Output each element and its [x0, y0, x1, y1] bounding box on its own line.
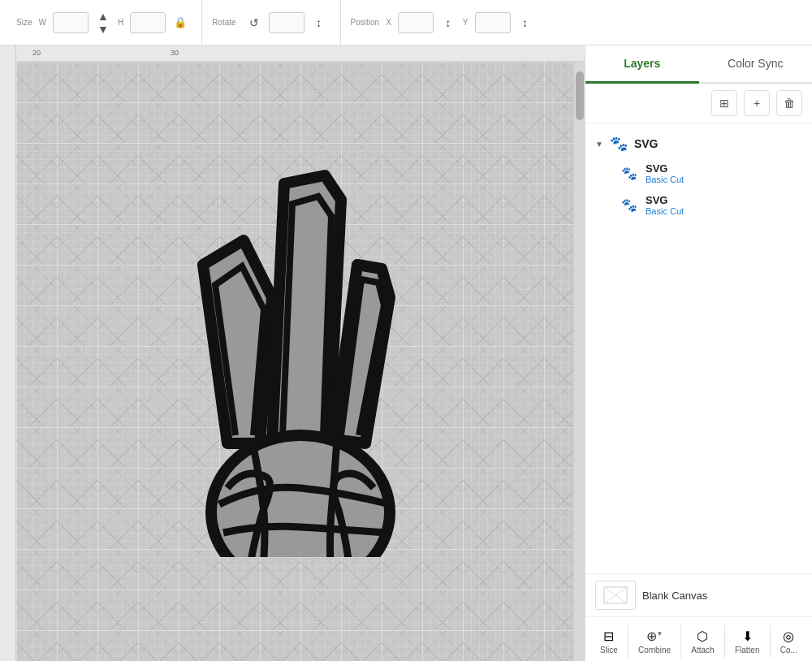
x-arrows-icon[interactable]: ↕: [437, 11, 460, 34]
x-input[interactable]: [398, 12, 434, 33]
width-input[interactable]: [53, 12, 89, 33]
h-label: H: [118, 18, 123, 27]
right-panel: Layers Color Sync ⊞ + 🗑 ▼ 🐾 SVG 🐾 SVG Ba…: [585, 45, 812, 661]
attach-icon: ⬡: [697, 629, 708, 644]
combine-icon: ⊕▼: [646, 629, 663, 644]
y-arrows-icon[interactable]: ↕: [514, 11, 537, 34]
contour-tool[interactable]: ◎ Co...: [774, 625, 804, 658]
chevron-down-icon: ▼: [595, 140, 603, 149]
combine-label: Combine: [638, 646, 671, 655]
slice-tool[interactable]: ⊟ Slice: [594, 625, 624, 658]
rotate-arrows-icon[interactable]: ↕: [308, 11, 330, 34]
panel-tabs: Layers Color Sync: [585, 45, 812, 84]
y-label: Y: [463, 18, 469, 27]
combine-tool[interactable]: ⊕▼ Combine: [632, 625, 677, 658]
blank-canvas-label: Blank Canvas: [642, 590, 707, 602]
bottom-panel-toolbar: ⊟ Slice ⊕▼ Combine ⬡ Attach ⬇ Flatten ◎ …: [585, 616, 812, 661]
add-button[interactable]: +: [744, 90, 770, 116]
item1-name: SVG: [646, 162, 684, 175]
rotate-ccw-icon[interactable]: ↺: [243, 11, 266, 34]
flatten-icon: ⬇: [742, 629, 753, 644]
rotate-label: Rotate: [212, 18, 235, 27]
main-toolbar: Size W ▲▼ H 🔒 Rotate ↺ ↕ Position X ↕ Y …: [0, 0, 812, 45]
height-up-icon[interactable]: ▲▼: [92, 11, 114, 34]
item2-info: SVG Basic Cut: [646, 194, 684, 216]
slice-icon: ⊟: [603, 629, 614, 644]
ruler-mark-20: 20: [32, 49, 41, 57]
delete-button[interactable]: 🗑: [776, 90, 802, 116]
rotate-group: Rotate ↺ ↕: [202, 0, 340, 45]
y-input[interactable]: [475, 12, 511, 33]
position-group: Position X ↕ Y ↕: [341, 0, 546, 45]
item1-info: SVG Basic Cut: [646, 162, 684, 184]
tab-color-sync[interactable]: Color Sync: [699, 45, 813, 84]
blank-canvas-thumbnail: [595, 581, 636, 610]
separator2: [680, 625, 681, 658]
item2-sub: Basic Cut: [646, 206, 684, 216]
item2-name: SVG: [646, 194, 684, 206]
size-label: Size: [16, 18, 32, 27]
ruler-vertical: [0, 45, 16, 661]
canvas-grid[interactable]: [16, 62, 585, 661]
scrollbar-thumb[interactable]: [576, 71, 584, 120]
separator4: [770, 625, 771, 658]
svg-logo: [130, 135, 455, 557]
canvas-area[interactable]: 20 30: [0, 45, 585, 661]
item2-icon: 🐾: [621, 197, 637, 213]
slice-label: Slice: [600, 646, 618, 655]
item1-icon: 🐾: [621, 166, 637, 181]
scrollbar-vertical[interactable]: [573, 62, 585, 661]
list-item[interactable]: 🐾 SVG Basic Cut: [585, 189, 812, 221]
layers-list: ▼ 🐾 SVG 🐾 SVG Basic Cut 🐾 SVG Basic Cut: [585, 123, 812, 573]
layer-group-svg[interactable]: ▼ 🐾 SVG: [585, 130, 812, 158]
size-group: Size W ▲▼ H 🔒: [6, 0, 202, 45]
attach-tool[interactable]: ⬡ Attach: [685, 625, 720, 658]
x-label: X: [386, 18, 391, 27]
contour-label: Co...: [780, 646, 797, 655]
separator: [628, 625, 628, 658]
list-item[interactable]: 🐾 SVG Basic Cut: [585, 158, 812, 189]
separator3: [724, 625, 725, 658]
position-label: Position: [351, 18, 380, 27]
main-area: 20 30: [0, 45, 812, 661]
blank-canvas-section: Blank Canvas: [585, 573, 812, 616]
group-icon: 🐾: [610, 135, 628, 153]
w-label: W: [38, 18, 45, 27]
contour-icon: ◎: [783, 629, 794, 644]
item1-sub: Basic Cut: [646, 175, 684, 184]
layer-group-name: SVG: [634, 137, 659, 150]
rotate-input[interactable]: [269, 12, 304, 33]
lock-icon[interactable]: 🔒: [169, 11, 192, 34]
ruler-horizontal: 20 30: [0, 45, 585, 62]
ruler-mark-30: 30: [171, 49, 179, 57]
panel-toolbar: ⊞ + 🗑: [585, 84, 812, 123]
tab-layers[interactable]: Layers: [585, 45, 699, 84]
flatten-label: Flatten: [735, 646, 760, 655]
attach-label: Attach: [691, 646, 714, 655]
flatten-tool[interactable]: ⬇ Flatten: [728, 625, 767, 658]
duplicate-button[interactable]: ⊞: [711, 90, 737, 116]
height-input[interactable]: [130, 12, 166, 33]
